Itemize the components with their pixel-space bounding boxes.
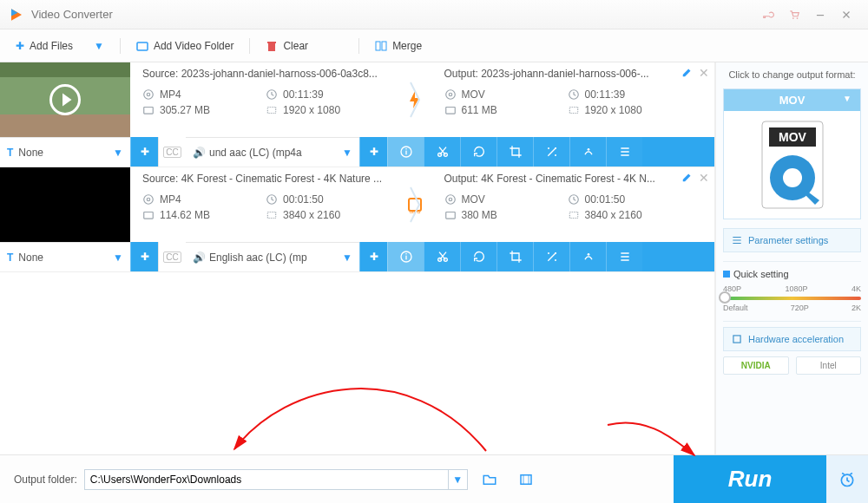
svg-rect-21: [405, 148, 406, 149]
schedule-button[interactable]: [826, 455, 868, 504]
effects-button[interactable]: [533, 137, 569, 167]
minimize-button[interactable]: [807, 2, 833, 28]
svg-point-0: [792, 17, 794, 19]
cut-button[interactable]: [424, 137, 460, 167]
list-item: Source: 4K Forest - Cinematic Forest - 4…: [0, 167, 714, 272]
svg-rect-55: [521, 474, 531, 484]
svg-rect-12: [144, 108, 154, 114]
subtitle-icon: T: [7, 147, 13, 159]
edit-toolstrip: [387, 242, 642, 271]
watermark-button[interactable]: [569, 242, 606, 271]
clock-icon: [568, 88, 580, 101]
plus-icon: ✚: [16, 40, 24, 52]
svg-rect-20: [405, 151, 406, 155]
more-button[interactable]: [606, 242, 642, 271]
conversion-arrow: GPU: [398, 167, 432, 242]
add-folder-label: Add Video Folder: [154, 40, 234, 52]
quality-slider[interactable]: [723, 297, 861, 300]
subtitle-select[interactable]: T None ▼: [0, 137, 130, 167]
svg-rect-2: [817, 15, 824, 16]
output-format-selector[interactable]: MOV MOV: [723, 88, 861, 219]
svg-text:MOV: MOV: [779, 130, 807, 144]
add-subtitle-button[interactable]: ✚: [130, 137, 158, 167]
svg-point-1: [797, 17, 799, 19]
effects-button[interactable]: [533, 242, 569, 271]
video-thumbnail[interactable]: [0, 62, 130, 137]
folder-icon: [142, 209, 155, 221]
remove-item-button[interactable]: ✕: [699, 66, 709, 80]
folder-icon: [444, 104, 457, 116]
svg-point-10: [147, 93, 150, 96]
key-icon[interactable]: [755, 2, 781, 28]
resolution-icon: [266, 209, 278, 221]
crop-button[interactable]: [496, 242, 533, 271]
svg-point-46: [555, 259, 556, 261]
output-folder-dropdown[interactable]: ▼: [449, 469, 468, 490]
file-list: Source: 2023s-johann-daniel-harnoss-006-…: [0, 62, 715, 454]
speaker-icon: 🔊: [193, 147, 206, 159]
clock-icon: [266, 193, 278, 206]
add-files-label: Add Files: [30, 40, 73, 52]
watermark-button[interactable]: [569, 137, 606, 167]
hw-accel-panel: Hardware acceleration NVIDIA Intel: [723, 321, 861, 375]
add-audio-button[interactable]: ✚: [359, 242, 387, 271]
info-button[interactable]: [387, 242, 424, 271]
subtitle-value: None: [18, 147, 113, 159]
svg-rect-5: [267, 42, 276, 43]
parameter-settings-button[interactable]: Parameter settings: [723, 228, 861, 252]
chip-icon: [731, 333, 743, 345]
video-thumbnail[interactable]: [0, 167, 130, 242]
resolution-icon: [568, 209, 580, 221]
crop-button[interactable]: [496, 137, 533, 167]
clear-button[interactable]: Clear: [266, 40, 308, 52]
disc-icon: [444, 88, 457, 101]
cc-button[interactable]: CC: [158, 242, 186, 271]
svg-rect-6: [376, 42, 380, 50]
close-button[interactable]: [833, 2, 859, 28]
svg-point-14: [445, 90, 455, 100]
info-button[interactable]: [387, 137, 424, 167]
svg-point-27: [587, 148, 589, 151]
edit-output-button[interactable]: [681, 66, 694, 81]
run-button[interactable]: Run: [674, 455, 826, 504]
merge-button[interactable]: Merge: [375, 40, 422, 52]
add-subtitle-button[interactable]: ✚: [130, 242, 158, 271]
cc-button[interactable]: CC: [158, 137, 186, 167]
folder-icon: [444, 209, 457, 221]
chevron-down-icon: ▼: [342, 252, 352, 264]
svg-rect-7: [382, 42, 386, 50]
audio-select[interactable]: 🔊 English aac (LC) (mp ▼: [186, 242, 359, 271]
add-audio-button[interactable]: ✚: [359, 137, 387, 167]
open-folder-button[interactable]: [475, 467, 504, 492]
add-folder-button[interactable]: Add Video Folder: [136, 40, 234, 52]
edit-output-button[interactable]: [681, 171, 694, 186]
svg-rect-3: [137, 42, 148, 50]
svg-point-45: [548, 252, 549, 254]
add-files-button[interactable]: ✚ Add Files ▼: [16, 40, 104, 52]
sidebar: Click to change output format: MOV MOV P…: [715, 62, 868, 454]
more-button[interactable]: [606, 137, 642, 167]
hw-accel-button[interactable]: Hardware acceleration: [723, 327, 861, 351]
slider-knob[interactable]: [719, 291, 731, 304]
subtitle-select[interactable]: T None ▼: [0, 242, 130, 271]
chevron-down-icon[interactable]: ▼: [94, 40, 104, 52]
rotate-button[interactable]: [460, 242, 496, 271]
output-settings-button[interactable]: [511, 467, 541, 492]
nvidia-chip[interactable]: NVIDIA: [723, 356, 789, 375]
sliders-icon: [731, 234, 743, 246]
cut-button[interactable]: [424, 242, 460, 271]
output-folder-input[interactable]: [84, 469, 449, 490]
title-bar: Video Converter: [0, 0, 868, 29]
audio-select[interactable]: 🔊 und aac (LC) (mp4a ▼: [186, 137, 359, 167]
intel-chip[interactable]: Intel: [796, 356, 862, 375]
chevron-down-icon: ▼: [342, 147, 352, 159]
svg-point-29: [147, 198, 150, 201]
merge-label: Merge: [392, 40, 422, 52]
rotate-button[interactable]: [460, 137, 496, 167]
output-filename: Output: 4K Forest - Cinematic Forest - 4…: [444, 173, 691, 185]
cart-icon[interactable]: [781, 2, 807, 28]
chevron-down-icon: ▼: [113, 252, 123, 264]
remove-item-button[interactable]: ✕: [699, 171, 709, 185]
svg-rect-38: [445, 212, 455, 219]
speaker-icon: 🔊: [193, 252, 206, 264]
